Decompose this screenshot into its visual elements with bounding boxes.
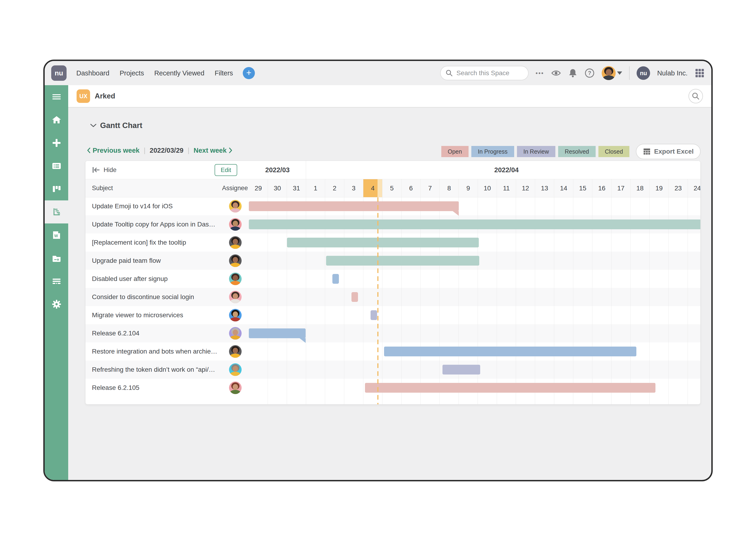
subject-cell[interactable]: Update Emoji to v14 for iOS [92,197,173,215]
day-label: 11 [503,179,510,197]
sidebar-menu-toggle[interactable] [45,85,68,108]
search-icon [692,92,700,100]
sidebar-item-gantt[interactable] [45,201,68,223]
subject-cell[interactable]: Restore integration and bots when archie… [92,342,218,360]
legend-chip-in_review[interactable]: In Review [517,146,556,157]
sidebar: W [45,85,68,480]
avatar-shirt [230,353,241,358]
sidebar-item-files[interactable] [45,246,68,270]
gantt-bar[interactable] [326,256,479,266]
subject-cell[interactable]: Refreshing the token didn’t work on “api… [92,360,218,379]
subject-cell[interactable]: Upgrade paid team flow [92,252,161,270]
search-icon [446,69,453,76]
column-headers: Subject Assignee [85,179,249,197]
day-label: 17 [617,179,624,197]
assignee-column-header: Assignee [216,179,254,197]
week-navigation: Previous week | 2022/03/29 | Next week [87,145,232,156]
chevron-down-icon [617,71,622,75]
current-week-date: 2022/03/29 [150,147,184,154]
day-label: 12 [522,179,529,197]
gantt-bar[interactable] [249,219,700,229]
subject-cell[interactable]: Release 6.2.105 [92,379,139,397]
apps-grid-icon[interactable] [694,68,705,78]
gantt-section-header[interactable]: Gantt Chart [90,121,142,130]
more-button[interactable]: ••• [536,69,544,77]
legend-chip-in_progress[interactable]: In Progress [471,146,514,157]
day-header-cell: 13 [535,179,554,197]
day-header-cell: 2 [325,179,344,197]
hide-button[interactable]: Hide [104,166,117,174]
subject-cell[interactable]: Disabled user after signup [92,270,168,288]
sidebar-item-subversion[interactable] [45,270,68,293]
org-name: Nulab Inc. [657,69,688,77]
avatar-shirt [230,372,241,376]
gantt-bar[interactable] [442,365,480,374]
gantt-bar[interactable] [249,202,459,211]
sidebar-item-home[interactable] [45,108,68,131]
month-label: 2022/03 [249,161,306,179]
gantt-bar[interactable] [384,346,636,356]
sidebar-item-wiki[interactable]: W [45,223,68,246]
project-title: Arked [95,92,115,100]
day-header-row: 293031123456789101112131415161718192324 [249,179,700,197]
watch-eye-icon[interactable] [551,69,561,77]
sidebar-item-settings[interactable] [45,293,68,316]
legend-chip-open[interactable]: Open [441,146,468,157]
day-header-cell: 12 [516,179,535,197]
day-label: 15 [579,179,586,197]
gantt-bar[interactable] [351,292,358,302]
nav-recently-viewed[interactable]: Recently Viewed [154,69,204,77]
help-icon[interactable]: ? [584,68,595,78]
avatar-face [233,239,238,245]
subject-cell[interactable]: [Replacement icon] fix the tooltip [92,233,186,252]
day-label: 18 [636,179,644,197]
sidebar-item-board[interactable] [45,177,68,201]
nulab-logo: nu [51,66,66,81]
gantt-bar[interactable] [365,383,656,393]
avatar-shirt [230,390,241,394]
subject-column-header: Subject [92,179,113,197]
search-input[interactable] [456,69,521,77]
project-search-button[interactable] [689,89,703,103]
avatar-shirt [230,226,241,231]
gantt-bar[interactable] [332,274,339,284]
subject-cell[interactable]: Consider to discontinue social login [92,288,194,306]
day-label: 7 [428,179,432,197]
notifications-bell-icon[interactable] [568,68,577,78]
nav-dashboard[interactable]: Dashboard [76,69,109,77]
nav-projects[interactable]: Projects [120,69,144,77]
kanban-board-icon [52,184,62,194]
subject-cell[interactable]: Migrate viewer to microservices [92,306,183,324]
gantt-bar[interactable] [287,238,479,247]
day-label: 3 [352,179,356,197]
plus-icon [52,138,62,148]
day-label: 29 [255,179,262,197]
divider: | [188,147,189,154]
next-week-button[interactable]: Next week [194,147,232,154]
legend-chip-closed[interactable]: Closed [598,146,630,157]
add-button[interactable]: + [243,67,255,79]
subject-cell[interactable]: Release 6.2.104 [92,324,139,342]
gantt-bar[interactable] [371,310,377,320]
gantt-chart-icon [52,207,62,217]
day-header-cell: 10 [478,179,497,197]
avatar-face [233,348,238,353]
avatar-face [233,312,238,317]
user-avatar-slot[interactable] [602,66,616,80]
sidebar-item-add[interactable] [45,131,68,154]
nav-filters[interactable]: Filters [215,69,233,77]
top-navigation-bar: nu DashboardProjectsRecently ViewedFilte… [45,61,711,85]
legend-chip-resolved[interactable]: Resolved [558,146,595,157]
avatar-face [606,69,612,75]
day-label: 13 [541,179,548,197]
table-row: Migrate viewer to microservices [85,306,700,324]
avatar-shirt [603,75,615,80]
previous-week-button[interactable]: Previous week [87,147,140,154]
avatar [229,381,242,394]
subject-cell[interactable]: Update Tooltip copy for Apps icon in Das… [92,215,218,233]
export-excel-button[interactable]: Export Excel [636,144,700,159]
edit-button[interactable]: Edit [215,164,237,176]
gantt-bar[interactable] [249,329,306,338]
avatar [602,66,616,80]
sidebar-item-issues[interactable] [45,154,68,177]
